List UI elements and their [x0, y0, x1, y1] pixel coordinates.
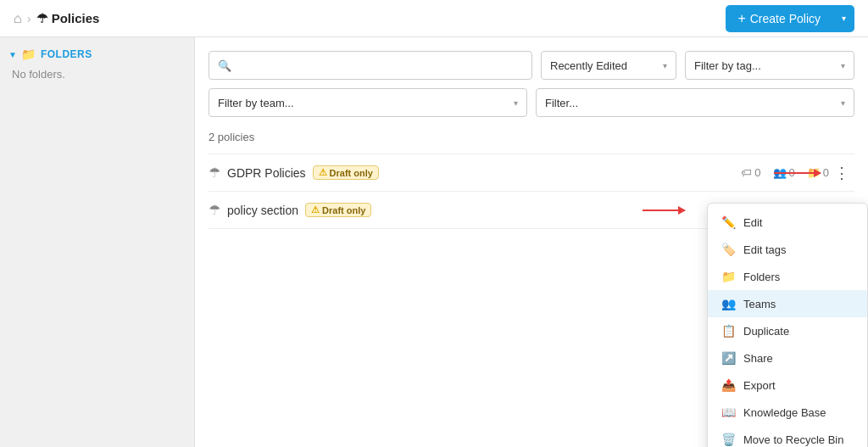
duplicate-icon: 📋 — [721, 324, 735, 338]
arrow-indicator-2 — [643, 210, 685, 211]
draft-badge-2: ⚠ Draft only — [305, 203, 371, 217]
tags-count-1: 🏷 0 — [741, 166, 760, 179]
badge-label-1: Draft only — [330, 168, 373, 178]
create-policy-button[interactable]: + Create Policy ▾ — [726, 5, 854, 32]
main-layout: ▼ 📁 FOLDERS No folders. 🔍 Recently Edite… — [0, 37, 868, 447]
filter-by-team-label: Filter by team... — [218, 97, 294, 109]
filter-by-team[interactable]: Filter by team... ▾ — [209, 88, 527, 117]
main-content: 🔍 Recently Edited ▾ Filter by tag... ▾ F… — [195, 37, 868, 447]
folders-label: FOLDERS — [41, 48, 92, 60]
breadcrumb-current: ☂ Policies — [36, 11, 100, 26]
teams-icon: 👥 — [721, 297, 735, 310]
menu-item-folders[interactable]: 📁 Folders — [708, 263, 867, 290]
menu-item-edit-tags[interactable]: 🏷️ Edit tags — [708, 236, 867, 263]
search-input[interactable] — [236, 59, 523, 72]
filter-row-1: 🔍 Recently Edited ▾ Filter by tag... ▾ — [209, 51, 854, 80]
menu-duplicate-label: Duplicate — [743, 325, 789, 338]
breadcrumb-separator: › — [27, 11, 31, 25]
menu-folders-label: Folders — [743, 271, 780, 283]
page-title: Policies — [52, 11, 100, 25]
menu-item-edit[interactable]: ✏️ Edit — [708, 209, 867, 236]
sidebar: ▼ 📁 FOLDERS No folders. — [0, 37, 195, 447]
arrow-indicator-1 — [774, 172, 821, 174]
folders-menu-icon: 📁 — [721, 270, 735, 283]
folders-header[interactable]: ▼ 📁 FOLDERS — [8, 47, 186, 61]
policy-icon-2: ☂ — [209, 202, 220, 218]
filter-by-tag[interactable]: Filter by tag... ▾ — [685, 51, 854, 80]
tag-icon-1: 🏷 — [741, 166, 752, 179]
edit-icon: ✏️ — [721, 215, 735, 229]
policies-count: 2 policies — [209, 131, 854, 143]
filter-row-2: Filter by team... ▾ Filter... ▾ — [209, 88, 854, 117]
filter-team-chevron-icon: ▾ — [514, 98, 518, 108]
policy-name-1: GDPR Policies — [227, 166, 306, 180]
search-icon: 🔍 — [218, 59, 231, 72]
menu-share-label: Share — [743, 352, 773, 365]
create-policy-label: Create Policy — [750, 12, 821, 25]
filter-plain-label: Filter... — [545, 97, 578, 109]
menu-teams-label: Teams — [743, 298, 776, 310]
header: ⌂ › ☂ Policies + Create Policy ▾ — [0, 0, 868, 37]
menu-item-knowledge-base[interactable]: 📖 Knowledge Base — [708, 399, 867, 426]
menu-recycle-bin-label: Move to Recycle Bin — [743, 433, 844, 446]
recently-edited-chevron-icon: ▾ — [663, 61, 667, 70]
create-policy-dropdown-arrow[interactable]: ▾ — [833, 8, 854, 29]
warning-icon-1: ⚠ — [319, 167, 327, 178]
recently-edited-filter[interactable]: Recently Edited ▾ — [541, 51, 676, 80]
policy-icon-1: ☂ — [209, 165, 220, 181]
menu-item-duplicate[interactable]: 📋 Duplicate — [708, 317, 867, 344]
menu-item-export[interactable]: 📤 Export — [708, 372, 867, 399]
menu-edit-tags-label: Edit tags — [743, 243, 787, 256]
tags-val-1: 0 — [754, 166, 760, 179]
share-icon: ↗️ — [721, 351, 735, 365]
menu-edit-label: Edit — [743, 216, 762, 229]
knowledge-base-icon: 📖 — [721, 405, 735, 419]
filter-plain-chevron-icon: ▾ — [841, 98, 845, 108]
filter-plain[interactable]: Filter... ▾ — [536, 88, 854, 117]
badge-label-2: Draft only — [322, 205, 365, 215]
recycle-bin-icon: 🗑️ — [721, 433, 735, 446]
export-icon: 📤 — [721, 378, 735, 392]
warning-icon-2: ⚠ — [311, 204, 320, 215]
three-dots-button-1[interactable]: ⋮ — [829, 160, 854, 186]
recently-edited-label: Recently Edited — [550, 59, 627, 72]
folders-chevron-icon: ▼ — [8, 50, 17, 59]
menu-item-teams[interactable]: 👥 Teams — [708, 290, 867, 317]
plus-icon: + — [737, 11, 745, 26]
home-icon[interactable]: ⌂ — [14, 11, 22, 26]
edit-tags-icon: 🏷️ — [721, 243, 735, 256]
menu-item-recycle-bin[interactable]: 🗑️ Move to Recycle Bin — [708, 426, 867, 447]
menu-export-label: Export — [743, 379, 776, 392]
menu-item-share[interactable]: ↗️ Share — [708, 344, 867, 372]
draft-badge-1: ⚠ Draft only — [313, 165, 379, 180]
policy-name-2: policy section — [227, 204, 298, 217]
header-actions: + Create Policy ▾ — [726, 5, 854, 32]
search-box[interactable]: 🔍 — [209, 51, 532, 80]
folders-val-1: 0 — [823, 166, 829, 179]
table-row: ☂ GDPR Policies ⚠ Draft only 🏷 0 👥 0 — [209, 154, 854, 191]
no-folders-message: No folders. — [8, 68, 186, 81]
policies-icon: ☂ — [36, 11, 47, 26]
folder-icon: 📁 — [21, 47, 36, 61]
breadcrumb: ⌂ › ☂ Policies — [14, 11, 99, 26]
context-menu: ✏️ Edit 🏷️ Edit tags 📁 Folders 👥 Teams 📋… — [707, 203, 868, 447]
filter-tag-chevron-icon: ▾ — [841, 61, 845, 70]
filter-by-tag-label: Filter by tag... — [694, 59, 761, 72]
create-policy-main[interactable]: + Create Policy — [726, 5, 832, 32]
menu-knowledge-base-label: Knowledge Base — [743, 406, 826, 419]
